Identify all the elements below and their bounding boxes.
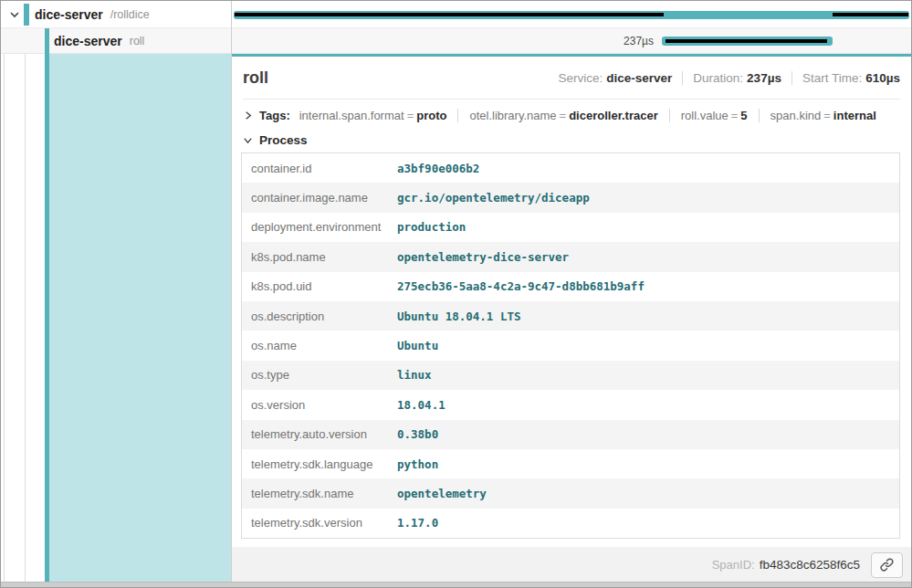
horizontal-scrollbar[interactable] [1,582,911,587]
process-key: deployment.environment [242,220,397,234]
span-duration-label: 237µs [624,35,654,47]
process-key: telemetry.auto.version [242,427,397,441]
process-section-label: Process [259,133,308,147]
process-key: os.version [242,398,397,412]
process-table-row: k8s.pod.uid 275ecb36-5aa8-4c2a-9c47-d8bb… [242,272,899,301]
indent-guide [4,54,5,583]
timeline-row [232,1,911,27]
tag-item: internal.span.format=proto [299,109,447,122]
critical-path-segment [833,13,908,16]
process-value: opentelemetry [397,487,487,500]
process-value: 18.04.1 [397,398,446,412]
tag-equals: = [557,109,570,122]
meta-item: Duration:237µs [682,71,781,85]
process-table-row: telemetry.sdk.name opentelemetry [242,478,899,508]
spanid-label: SpanID: [712,558,755,572]
copy-span-link-button[interactable] [871,552,903,578]
process-value: 1.17.0 [397,516,438,530]
process-table-row: os.version 18.04.1 [242,390,899,419]
selected-span-highlight [49,54,231,583]
span-tree-expanded-gutter [1,54,231,583]
span-detail-footer: SpanID: fb483c8c6258f6c5 [232,547,911,583]
process-value: Ubuntu 18.04.1 LTS [397,310,520,323]
spanid-value: fb483c8c6258f6c5 [760,558,860,572]
process-table-row: container.image.name gcr.io/opentelemetr… [242,183,899,212]
jaeger-span-detail-view: dice-server /rolldice dice-server roll 2… [0,0,912,588]
tag-key: roll.value [681,109,729,122]
process-table-row: os.type linux [242,361,899,390]
process-value: Ubuntu [397,339,438,352]
tag-key: otel.library.name [469,109,556,122]
process-table-row: telemetry.sdk.version 1.17.0 [242,509,899,538]
tags-section-toggle[interactable]: Tags: internal.span.format=proto otel.li… [243,100,900,131]
process-table-row: telemetry.auto.version 0.38b0 [242,420,899,449]
span-row-rolldice[interactable]: dice-server /rolldice [1,1,912,28]
tag-key: internal.span.format [299,109,404,122]
meta-item: Start Time:610µs [791,71,900,85]
tag-value: proto [416,109,446,122]
tag-equals: = [729,109,741,122]
meta-value: 237µs [747,71,781,85]
process-table-row: deployment.environment production [242,213,899,242]
tag-value: diceroller.tracer [569,109,658,122]
meta-value: 610µs [865,71,900,85]
service-color-stripe [45,28,49,54]
tag-value: 5 [740,109,747,122]
indent-guide [25,54,26,583]
timeline-row: 237µs [232,28,911,53]
chevron-right-icon[interactable] [243,110,253,121]
span-detail-header: roll Service:dice-server Duration:237µs … [243,57,900,100]
service-name: dice-server [54,34,122,48]
process-key: k8s.pod.name [242,250,397,264]
process-table-row: os.name Ubuntu [242,331,899,360]
process-key: os.name [242,339,397,352]
process-value: opentelemetry-dice-server [397,250,569,264]
operation-name: /rolldice [110,8,150,21]
process-section-toggle[interactable]: Process [243,131,900,152]
process-key: container.image.name [242,191,397,205]
tag-item: span.kind=internal [759,109,876,122]
meta-item: Service:dice-server [558,71,672,85]
process-table-row: container.id a3bf90e006b2 [242,153,899,183]
tags-section-label: Tags: [259,109,290,122]
span-row-roll[interactable]: dice-server roll 237µs [1,28,912,54]
span-name-column[interactable]: dice-server /rolldice [1,1,231,27]
tag-key: span.kind [770,109,822,122]
process-key: os.description [242,310,397,323]
span-meta: Service:dice-server Duration:237µs Start… [558,71,900,85]
process-table-row: k8s.pod.name opentelemetry-dice-server [242,242,899,271]
tag-equals: = [404,109,417,122]
link-icon [879,557,895,572]
process-key: telemetry.sdk.language [242,457,397,471]
process-value: python [397,457,438,471]
operation-name: roll [130,35,145,47]
process-key: container.id [242,162,397,175]
meta-label: Start Time: [802,71,862,85]
meta-label: Service: [558,71,603,85]
service-color-stripe [24,4,29,26]
tag-item: otel.library.name=diceroller.tracer [457,109,657,122]
span-name-column[interactable]: dice-server roll [1,28,231,53]
process-table-row: os.description Ubuntu 18.04.1 LTS [242,301,899,331]
process-key: telemetry.sdk.name [242,487,397,500]
chevron-down-icon[interactable] [243,135,253,145]
process-attributes-table: container.id a3bf90e006b2 container.imag… [241,152,900,539]
tag-value: internal [833,109,876,122]
service-name: dice-server [35,7,103,22]
process-value: a3bf90e006b2 [397,162,479,175]
process-key: k8s.pod.uid [242,279,397,293]
meta-value: dice-server [606,71,672,85]
process-value: gcr.io/opentelemetry/diceapp [397,191,590,205]
process-key: telemetry.sdk.version [242,516,397,530]
span-operation-title: roll [243,68,268,88]
critical-path-segment [666,39,826,43]
process-value: linux [397,368,432,382]
critical-path-segment [235,13,664,16]
chevron-down-icon[interactable] [9,10,20,19]
tag-item: roll.value=5 [669,109,748,122]
tag-equals: = [821,109,833,122]
process-value: 275ecb36-5aa8-4c2a-9c47-d8bb681b9aff [397,279,645,293]
meta-label: Duration: [693,71,743,85]
process-value: 0.38b0 [397,427,438,441]
span-detail-panel: roll Service:dice-server Duration:237µs … [232,54,911,583]
